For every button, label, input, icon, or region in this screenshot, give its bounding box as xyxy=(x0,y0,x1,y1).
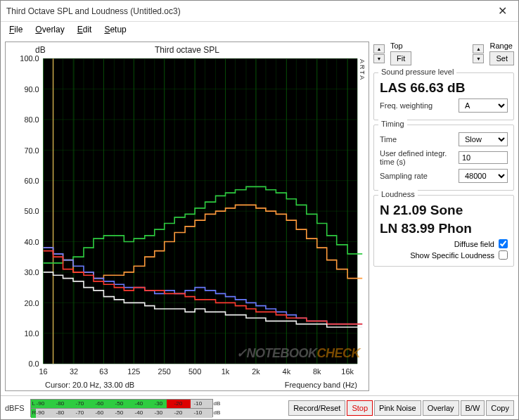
chart-area[interactable]: dB Third octave SPL ARTA 0.010.020.030.0… xyxy=(5,42,369,391)
svg-text:80.0: 80.0 xyxy=(24,115,39,124)
fit-button[interactable]: Fit xyxy=(390,51,411,65)
svg-text:2k: 2k xyxy=(252,367,260,376)
range-label: Range xyxy=(489,42,514,50)
top-down-icon[interactable]: ▼ xyxy=(373,54,385,63)
diffuse-checkbox[interactable] xyxy=(499,239,508,248)
time-label: Time xyxy=(380,135,397,144)
integ-input[interactable] xyxy=(459,151,508,164)
arta-label: ARTA xyxy=(359,59,366,81)
overlay-button[interactable]: Overlay xyxy=(423,400,459,416)
svg-text:30.0: 30.0 xyxy=(24,268,39,276)
menu-overlay[interactable]: Overlay xyxy=(30,23,70,36)
bw-button[interactable]: B/W xyxy=(461,400,485,416)
pinknoise-button[interactable]: Pink Noise xyxy=(374,400,421,416)
meter-right-ch: R xyxy=(32,409,37,416)
spl-section-label: Sound pressure level xyxy=(378,68,456,76)
timing-section: Timing Time Slow User defined integr. ti… xyxy=(373,125,514,191)
svg-text:1k: 1k xyxy=(222,367,230,376)
range-down-icon[interactable]: ▼ xyxy=(473,54,484,63)
diffuse-label: Diffuse field xyxy=(454,240,494,248)
svg-text:60.0: 60.0 xyxy=(24,177,39,185)
menu-file[interactable]: File xyxy=(4,23,28,36)
rate-select[interactable]: 48000 xyxy=(459,169,508,183)
specific-checkbox[interactable] xyxy=(499,250,508,260)
phon-readout: LN 83.99 Phon xyxy=(380,221,508,236)
top-up-icon[interactable]: ▲ xyxy=(373,44,385,53)
menu-setup[interactable]: Setup xyxy=(98,23,132,36)
dbfs-label: dBFS xyxy=(5,404,25,412)
chart-svg: 0.010.020.030.040.050.060.070.080.090.01… xyxy=(6,42,369,390)
range-controls: ▲ ▼ Top Fit ▲ ▼ Range Set xyxy=(373,42,514,65)
menubar: File Overlay Edit Setup xyxy=(1,22,518,37)
svg-text:50.0: 50.0 xyxy=(24,207,39,215)
svg-text:16k: 16k xyxy=(341,367,354,376)
bottom-bar: dBFS L -90-80-70-60-50-40-30-20-10dB R -… xyxy=(1,395,518,419)
svg-text:125: 125 xyxy=(127,367,140,376)
svg-text:90.0: 90.0 xyxy=(24,84,39,93)
window-title: Third Octave SPL and Loudness (Untitled.… xyxy=(6,6,492,16)
meter-right-row: R -90-80-70-60-50-40-30-20-10dB xyxy=(31,409,212,418)
svg-text:500: 500 xyxy=(188,367,201,376)
meter-left-ch: L xyxy=(32,400,35,407)
weighting-label: Freq. weighting xyxy=(380,101,432,110)
range-up-icon[interactable]: ▲ xyxy=(473,44,484,53)
stop-button[interactable]: Stop xyxy=(347,400,373,416)
chart-title: Third octave SPL xyxy=(155,45,219,55)
loudness-section: Loudness N 21.09 Sone LN 83.99 Phon Diff… xyxy=(373,195,514,267)
copy-button[interactable]: Copy xyxy=(486,400,514,416)
svg-text:40.0: 40.0 xyxy=(24,237,39,246)
specific-label: Show Specific Loudness xyxy=(410,251,494,260)
cursor-info: Cursor: 20.0 Hz, 33.00 dB xyxy=(45,381,134,389)
svg-text:32: 32 xyxy=(70,367,78,376)
svg-text:10.0: 10.0 xyxy=(24,329,39,338)
loudness-section-label: Loudness xyxy=(378,190,418,198)
set-button[interactable]: Set xyxy=(489,51,514,65)
record-button[interactable]: Record/Reset xyxy=(288,400,345,416)
time-select[interactable]: Slow xyxy=(459,132,508,146)
svg-text:100.0: 100.0 xyxy=(20,54,39,63)
svg-text:70.0: 70.0 xyxy=(24,146,39,154)
level-meter: L -90-80-70-60-50-40-30-20-10dB R -90-80… xyxy=(30,399,213,417)
sone-readout: N 21.09 Sone xyxy=(380,203,508,218)
top-stepper[interactable]: ▲ ▼ xyxy=(373,44,385,63)
weighting-select[interactable]: A xyxy=(459,98,508,113)
top-label: Top xyxy=(390,42,411,50)
svg-text:250: 250 xyxy=(158,367,171,376)
timing-section-label: Timing xyxy=(378,120,407,128)
close-icon[interactable]: ✕ xyxy=(492,4,513,18)
svg-text:8k: 8k xyxy=(313,367,321,376)
meter-left-row: L -90-80-70-60-50-40-30-20-10dB xyxy=(31,400,212,409)
spl-section: Sound pressure level LAS 66.63 dB Freq. … xyxy=(373,72,514,120)
integ-label: User defined integr. time (s) xyxy=(380,149,454,166)
chart-x-label: Frequency band (Hz) xyxy=(285,381,357,389)
svg-text:63: 63 xyxy=(99,367,108,376)
chart-y-unit: dB xyxy=(35,45,46,55)
titlebar: Third Octave SPL and Loudness (Untitled.… xyxy=(1,1,518,22)
svg-text:20.0: 20.0 xyxy=(24,298,39,307)
app-window: Third Octave SPL and Loudness (Untitled.… xyxy=(0,0,519,420)
spl-readout: LAS 66.63 dB xyxy=(380,80,508,96)
svg-text:4k: 4k xyxy=(283,367,291,376)
range-stepper[interactable]: ▲ ▼ xyxy=(473,44,484,63)
svg-text:16: 16 xyxy=(39,367,48,376)
rate-label: Sampling rate xyxy=(380,172,428,180)
menu-edit[interactable]: Edit xyxy=(72,23,98,36)
svg-text:0.0: 0.0 xyxy=(28,359,39,368)
